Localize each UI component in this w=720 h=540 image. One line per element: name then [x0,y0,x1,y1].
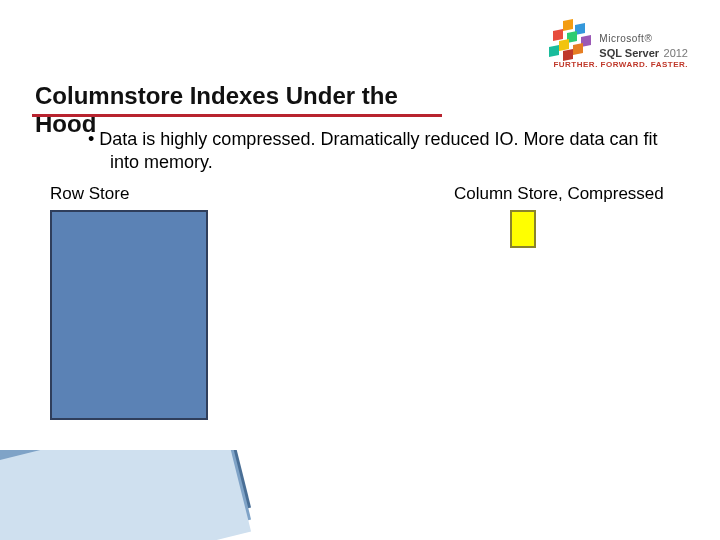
column-store-block [510,210,536,248]
row-store-block [50,210,208,420]
row-store-label: Row Store [50,184,129,204]
cubes-icon [545,20,593,60]
logo-tagline: FURTHER. FORWARD. FASTER. [553,60,688,69]
logo-brand: SQL Server [599,47,659,59]
logo-year: 2012 [664,47,688,59]
brand-logo: Microsoft® SQL Server 2012 [545,20,688,60]
column-store-label: Column Store, Compressed [454,184,664,204]
logo-prefix: Microsoft® [599,34,688,44]
title-underline [32,114,442,117]
bullet-point: Data is highly compressed. Dramatically … [88,128,688,173]
decorative-wedge [0,450,260,540]
